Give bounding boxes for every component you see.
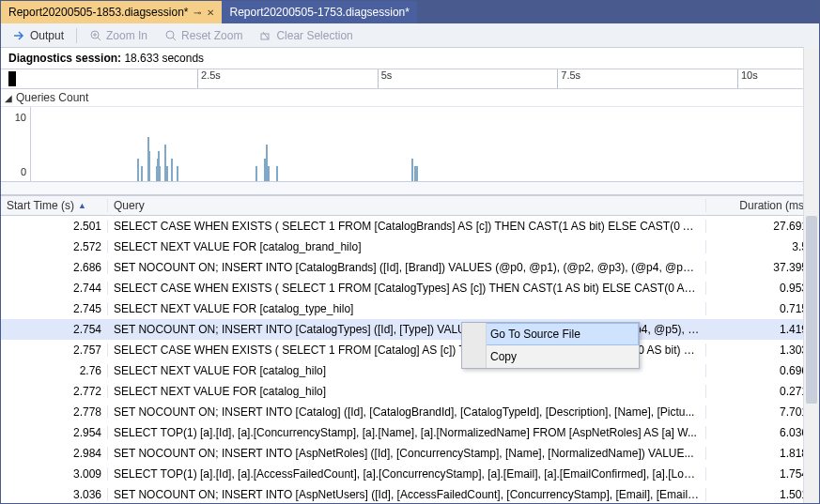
zoom-in-button: Zoom In	[83, 26, 154, 45]
chart-bar	[141, 166, 143, 181]
tab-label: Report20200505-1853.diagsession*	[8, 6, 188, 19]
grid-header: Start Time (s) ▲ Query Duration (ms)	[1, 195, 819, 216]
table-row[interactable]: 3.009SELECT TOP(1) [a].[Id], [a].[Access…	[1, 464, 819, 484]
chart-bar	[171, 159, 173, 181]
sort-ascending-icon: ▲	[78, 201, 86, 210]
cell-start-time: 3.009	[1, 467, 108, 481]
cell-query: SET NOCOUNT ON; INSERT INTO [Catalog] ([…	[108, 405, 706, 419]
column-label: Query	[114, 199, 145, 212]
cell-start-time: 2.754	[1, 323, 108, 336]
cell-start-time: 2.744	[1, 282, 108, 295]
collapse-triangle-icon[interactable]: ◢	[5, 93, 12, 103]
clear-selection-icon	[259, 29, 272, 42]
cell-start-time: 2.778	[1, 405, 108, 419]
scrollbar-thumb[interactable]	[806, 216, 817, 404]
table-row[interactable]: 2.745SELECT NEXT VALUE FOR [catalog_type…	[1, 298, 819, 319]
cell-duration: 1.303	[706, 344, 819, 357]
cell-start-time: 2.954	[1, 426, 108, 439]
menu-item-go-to-source[interactable]: Go To Source File	[462, 323, 639, 345]
cell-duration: 7.701	[706, 405, 819, 419]
output-label: Output	[30, 29, 64, 42]
cell-start-time: 2.745	[1, 302, 108, 315]
cell-duration: 3.5	[706, 240, 819, 253]
timeline-tick: 5s	[378, 69, 393, 88]
column-header-duration[interactable]: Duration (ms)	[706, 199, 819, 212]
zoom-in-label: Zoom In	[106, 29, 147, 42]
svg-point-1	[166, 31, 174, 38]
menu-item-copy[interactable]: Copy	[462, 345, 639, 368]
table-row[interactable]: 2.954SELECT TOP(1) [a].[Id], [a].[Concur…	[1, 422, 819, 443]
chart-plot-area[interactable]	[31, 107, 819, 181]
context-menu: Go To Source File Copy	[461, 322, 640, 369]
pin-icon[interactable]: ⊸	[193, 8, 201, 18]
chart-bar	[177, 166, 178, 181]
session-label-text: Diagnostics session:	[8, 52, 121, 65]
tab-label: Report20200505-1753.diagsession*	[229, 6, 409, 19]
toolbar: Output Zoom In Reset Zoom Clear Selectio…	[1, 23, 819, 48]
session-label: Diagnostics session: 18.633 seconds	[1, 48, 819, 69]
tab-report-1853[interactable]: Report20200505-1853.diagsession* ⊸ ✕	[1, 1, 222, 23]
cell-query: SET NOCOUNT ON; INSERT INTO [CatalogBran…	[108, 261, 706, 274]
table-row[interactable]: 2.772SELECT NEXT VALUE FOR [catalog_hilo…	[1, 381, 819, 402]
timeline-tick: 10s	[737, 69, 758, 88]
chart-y-axis: 100	[1, 107, 31, 181]
cell-query: SET NOCOUNT ON; INSERT INTO [AspNetUsers…	[108, 488, 706, 501]
cell-query: SELECT CASE WHEN EXISTS ( SELECT 1 FROM …	[108, 220, 706, 233]
column-label: Duration (ms)	[739, 199, 808, 212]
y-axis-label: 10	[15, 112, 26, 123]
cell-duration: 6.036	[706, 426, 819, 439]
cell-duration: 27.691	[706, 220, 819, 233]
column-header-start-time[interactable]: Start Time (s) ▲	[1, 199, 108, 212]
vertical-scrollbar[interactable]	[803, 47, 819, 503]
cell-duration: 0.715	[706, 302, 819, 315]
chart-title: Queries Count	[16, 91, 88, 104]
table-row[interactable]: 2.778SET NOCOUNT ON; INSERT INTO [Catalo…	[1, 402, 819, 422]
cell-duration: 0.696	[706, 364, 819, 377]
reset-zoom-icon	[164, 29, 178, 42]
chart-bar	[159, 166, 161, 181]
timeline-start-marker[interactable]	[8, 71, 16, 86]
cell-start-time: 2.501	[1, 220, 108, 233]
menu-item-label: Go To Source File	[490, 328, 580, 341]
tab-bar: Report20200505-1853.diagsession* ⊸ ✕ Rep…	[1, 1, 819, 23]
output-arrow-icon	[13, 29, 26, 42]
cell-duration: 37.395	[706, 261, 819, 274]
chart-header: ◢ Queries Count	[1, 89, 819, 107]
cell-start-time: 2.772	[1, 385, 108, 398]
table-row[interactable]: 2.686SET NOCOUNT ON; INSERT INTO [Catalo…	[1, 257, 819, 278]
table-row[interactable]: 2.76SELECT NEXT VALUE FOR [catalog_hilo]…	[1, 360, 819, 381]
cell-duration: 0.953	[706, 282, 819, 295]
cell-start-time: 3.036	[1, 488, 108, 501]
chart-bar	[137, 159, 139, 181]
timeline-tick: 2.5s	[197, 69, 221, 88]
column-label: Start Time (s)	[7, 199, 74, 212]
output-button[interactable]: Output	[7, 26, 70, 45]
table-row[interactable]: 2.754SET NOCOUNT ON; INSERT INTO [Catalo…	[1, 319, 819, 340]
table-row[interactable]: 2.572SELECT NEXT VALUE FOR [catalog_bran…	[1, 237, 819, 257]
cell-start-time: 2.572	[1, 240, 108, 253]
y-axis-label: 0	[21, 166, 26, 177]
queries-count-chart[interactable]: 100	[1, 107, 819, 182]
table-row[interactable]: 2.757SELECT CASE WHEN EXISTS ( SELECT 1 …	[1, 340, 819, 360]
cell-query: SELECT NEXT VALUE FOR [catalog_type_hilo…	[108, 302, 706, 315]
cell-duration: 1.754	[706, 467, 819, 481]
table-row[interactable]: 2.744SELECT CASE WHEN EXISTS ( SELECT 1 …	[1, 278, 819, 298]
table-row[interactable]: 2.501SELECT CASE WHEN EXISTS ( SELECT 1 …	[1, 216, 819, 237]
timeline-ruler[interactable]: 2.5s5s7.5s10s	[1, 69, 819, 89]
clear-selection-label: Clear Selection	[276, 29, 352, 42]
cell-query: SET NOCOUNT ON; INSERT INTO [AspNetRoles…	[108, 447, 706, 460]
close-icon[interactable]: ✕	[207, 8, 214, 18]
cell-query: SELECT TOP(1) [a].[Id], [a].[Concurrency…	[108, 426, 706, 439]
column-header-query[interactable]: Query	[108, 199, 706, 212]
reset-zoom-button: Reset Zoom	[158, 26, 249, 45]
cell-duration: 1.419	[706, 323, 819, 336]
cell-query: SELECT TOP(1) [a].[Id], [a].[AccessFaile…	[108, 467, 706, 481]
cell-start-time: 2.686	[1, 261, 108, 274]
tab-report-1753[interactable]: Report20200505-1753.diagsession*	[222, 1, 416, 23]
table-row[interactable]: 2.984SET NOCOUNT ON; INSERT INTO [AspNet…	[1, 443, 819, 464]
timeline-tick: 7.5s	[557, 69, 580, 88]
reset-zoom-label: Reset Zoom	[181, 29, 242, 42]
table-row[interactable]: 3.036SET NOCOUNT ON; INSERT INTO [AspNet…	[1, 484, 819, 504]
chart-bar	[166, 166, 168, 181]
chart-bar	[276, 166, 278, 181]
